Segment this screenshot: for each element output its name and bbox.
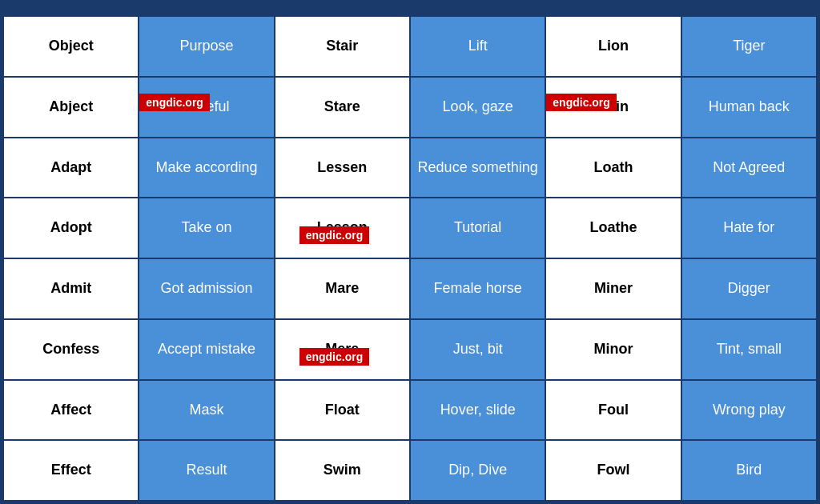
table-cell: Accept mistake (139, 319, 274, 380)
table-cell: Got admission (139, 258, 274, 319)
table-cell: Stare (275, 77, 410, 138)
table-cell: Confess (3, 319, 139, 380)
page-wrapper: ObjectPurposeStairLiftLionTigerAbjectHat… (0, 0, 820, 504)
table-container: ObjectPurposeStairLiftLionTigerAbjectHat… (2, 15, 818, 502)
table-cell: Object (3, 16, 139, 77)
table-cell: Miner (545, 258, 681, 319)
table-cell: Mereengdic.org (275, 319, 410, 380)
table-cell: Hatefulengdic.org (139, 77, 274, 138)
table-cell: Effect (3, 440, 139, 501)
engdic-badge: engdic.org (139, 94, 210, 111)
table-cell: Lion (545, 16, 681, 77)
table-cell: Admit (3, 258, 139, 319)
table-cell: Lessen (275, 138, 410, 198)
table-cell: Float (275, 380, 410, 441)
table-cell: Look, gaze (410, 77, 545, 138)
table-cell: Minor (545, 319, 681, 380)
table-cell: Fowl (545, 440, 681, 501)
table-cell: Loinengdic.org (545, 77, 681, 138)
table-cell: Digger (681, 258, 817, 319)
table-cell: Purpose (139, 16, 274, 77)
table-cell: Swim (275, 440, 410, 501)
table-cell: Lift (410, 16, 545, 77)
table-cell: Mask (139, 380, 274, 441)
table-cell: Tint, small (681, 319, 817, 380)
table-cell: Just, bit (410, 319, 545, 380)
page-title (2, 2, 818, 15)
table-cell: Female horse (410, 258, 545, 319)
table-cell: Human back (681, 77, 817, 138)
table-cell: Result (139, 440, 274, 501)
table-cell: Dip, Dive (410, 440, 545, 501)
table-cell: Tiger (681, 16, 817, 77)
table-cell: Stair (275, 16, 410, 77)
table-cell: Bird (681, 440, 817, 501)
table-cell: Loath (545, 138, 681, 198)
table-cell: Hover, slide (410, 380, 545, 441)
table-cell: Foul (545, 380, 681, 441)
table-cell: Lessonengdic.org (275, 198, 410, 258)
table-cell: Loathe (545, 198, 681, 258)
table-cell: Mare (275, 258, 410, 319)
table-cell: Tutorial (410, 198, 545, 258)
table-cell: Adapt (3, 138, 139, 198)
table-cell: Make according (139, 138, 274, 198)
table-cell: Reduce something (410, 138, 545, 198)
table-cell: Affect (3, 380, 139, 441)
table-cell: Hate for (681, 198, 817, 258)
table-cell: Take on (139, 198, 274, 258)
engdic-badge: engdic.org (546, 94, 617, 111)
engdic-badge: engdic.org (299, 226, 370, 244)
table-cell: Abject (3, 77, 139, 138)
table-cell: Not Agreed (681, 138, 817, 198)
table-cell: Wrong play (681, 380, 817, 441)
main-table: ObjectPurposeStairLiftLionTigerAbjectHat… (2, 15, 818, 502)
engdic-badge: engdic.org (299, 348, 370, 366)
table-cell: Adopt (3, 198, 139, 258)
